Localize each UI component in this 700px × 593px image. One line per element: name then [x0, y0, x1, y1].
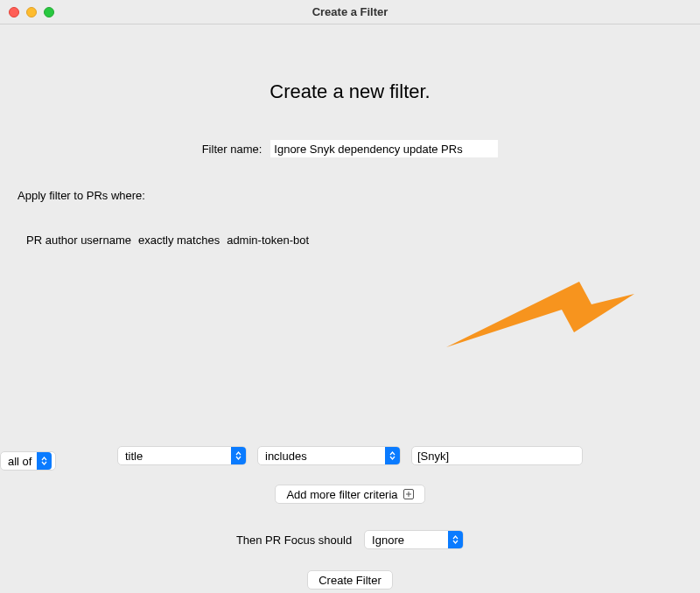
add-criteria-button[interactable]: Add more filter criteria [275, 485, 424, 504]
arrow-annotation [446, 273, 639, 359]
filter-name-input[interactable] [270, 140, 498, 157]
criteria-operator-select[interactable]: includes [257, 446, 401, 465]
create-filter-button[interactable]: Create Filter [307, 570, 393, 590]
criteria-field-select[interactable]: title [117, 446, 247, 465]
criteria-row: title includes [18, 446, 682, 465]
updown-icon [37, 452, 52, 470]
action-label: Then PR Focus should [236, 534, 352, 547]
apply-filter-label: Apply filter to PRs where: [18, 189, 682, 202]
condition-field: PR author username [26, 234, 131, 247]
updown-icon [385, 447, 400, 464]
svg-marker-0 [446, 282, 634, 347]
condition-row: PR author username exactly matches admin… [26, 234, 682, 247]
window-title: Create a Filter [312, 5, 388, 18]
add-criteria-row: Add more filter criteria [18, 485, 682, 504]
maximize-window-button[interactable] [44, 7, 54, 17]
updown-icon [231, 447, 246, 464]
condition-operator: exactly matches [138, 234, 220, 247]
create-row: Create Filter [18, 570, 682, 590]
action-select[interactable]: Ignore [364, 530, 464, 549]
criteria-value-input[interactable] [411, 446, 583, 465]
create-filter-label: Create Filter [318, 574, 382, 587]
add-criteria-label: Add more filter criteria [286, 488, 397, 501]
plus-icon [403, 489, 414, 499]
window: Create a Filter Create a new filter. Fil… [0, 0, 700, 593]
minimize-window-button[interactable] [26, 7, 37, 17]
filter-name-label: Filter name: [202, 143, 262, 156]
page-heading: Create a new filter. [18, 80, 682, 103]
combiner-select-value: all of [8, 455, 37, 468]
action-select-value: Ignore [372, 534, 448, 547]
close-window-button[interactable] [9, 7, 19, 17]
combiner-select[interactable]: all of [0, 451, 56, 471]
filter-name-row: Filter name: [18, 140, 682, 157]
criteria-field-value: title [125, 450, 231, 463]
updown-icon [448, 531, 463, 548]
criteria-operator-value: includes [265, 450, 385, 463]
condition-value: admin-token-bot [227, 234, 309, 247]
action-row: Then PR Focus should Ignore [18, 530, 682, 549]
traffic-lights [9, 7, 54, 17]
titlebar: Create a Filter [0, 0, 700, 24]
content: Create a new filter. Filter name: Apply … [0, 80, 700, 593]
